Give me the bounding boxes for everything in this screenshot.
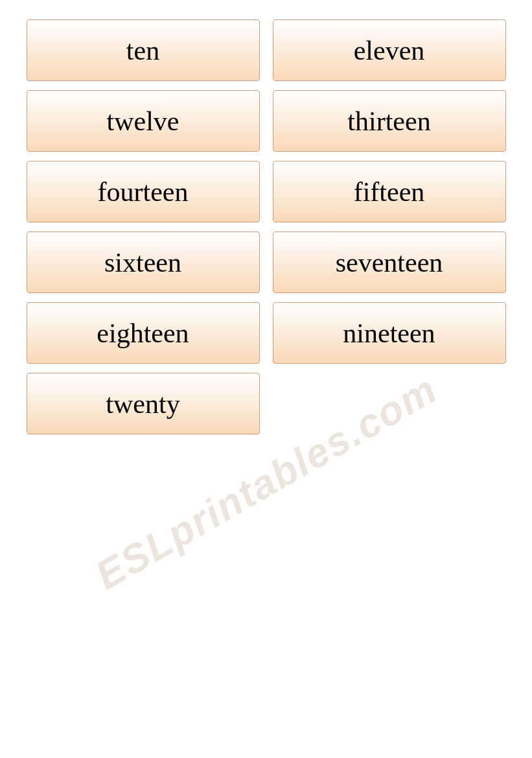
card-eleven-label: eleven xyxy=(354,35,425,66)
card-fifteen-label: fifteen xyxy=(354,176,425,207)
card-twelve-label: twelve xyxy=(107,106,179,137)
card-sixteen-label: sixteen xyxy=(104,247,181,278)
card-nineteen-label: nineteen xyxy=(343,318,435,349)
card-thirteen-label: thirteen xyxy=(347,106,430,137)
card-twelve: twelve xyxy=(27,90,260,152)
card-eighteen: eighteen xyxy=(27,302,260,364)
card-thirteen: thirteen xyxy=(273,90,506,152)
card-seventeen: seventeen xyxy=(273,231,506,293)
card-sixteen: sixteen xyxy=(27,231,260,293)
card-fourteen-label: fourteen xyxy=(98,176,189,207)
card-ten: ten xyxy=(27,19,260,81)
card-seventeen-label: seventeen xyxy=(336,247,443,278)
card-fourteen: fourteen xyxy=(27,161,260,222)
card-ten-label: ten xyxy=(126,35,159,66)
card-fifteen: fifteen xyxy=(273,161,506,222)
page: ten eleven twelve thirteen fourteen fift… xyxy=(0,0,532,758)
card-eleven: eleven xyxy=(273,19,506,81)
card-eighteen-label: eighteen xyxy=(97,318,189,349)
card-twenty-label: twenty xyxy=(106,388,179,420)
word-grid: ten eleven twelve thirteen fourteen fift… xyxy=(27,19,506,434)
card-nineteen: nineteen xyxy=(273,302,506,364)
card-twenty: twenty xyxy=(27,373,260,434)
